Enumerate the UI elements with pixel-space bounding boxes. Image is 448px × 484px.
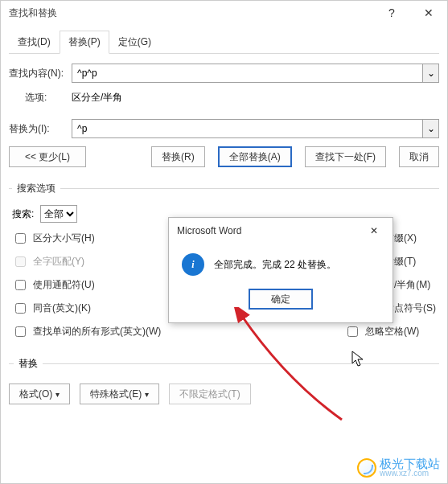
titlebar: 查找和替换 ? ✕	[1, 1, 447, 25]
watermark: 极光下载站 www.xz7.com	[357, 457, 440, 478]
close-icon: ✕	[370, 225, 378, 236]
replace-row: 替换为(I): ⌄	[9, 119, 439, 138]
find-label: 查找内容(N):	[9, 67, 72, 80]
replace-dropdown-button[interactable]: ⌄	[422, 120, 438, 137]
dialog-message: 全部完成。完成 22 处替换。	[214, 258, 336, 272]
chevron-down-icon: ⌄	[427, 68, 435, 79]
replace-label: 替换为(I):	[9, 122, 72, 136]
tab-goto[interactable]: 定位(G)	[109, 31, 160, 54]
replace-all-button[interactable]: 全部替换(A)	[218, 146, 292, 167]
window-close-button[interactable]: ✕	[410, 1, 447, 25]
format-button[interactable]: 格式(O)▾	[9, 384, 70, 404]
dialog-titlebar: Microsoft Word ✕	[169, 218, 393, 244]
replace-combobox[interactable]: ⌄	[72, 119, 439, 138]
chk-ignore-space[interactable]: 忽略空格(W)	[344, 324, 436, 339]
replace-section-label: 替换	[14, 357, 43, 371]
options-value: 区分全/半角	[72, 91, 122, 105]
format-button-row: 格式(O)▾ 特殊格式(E)▾ 不限定格式(T)	[9, 384, 439, 404]
ok-button[interactable]: 确定	[249, 289, 313, 310]
tab-find[interactable]: 查找(D)	[9, 31, 60, 54]
replace-input[interactable]	[72, 120, 422, 137]
watermark-url: www.xz7.com	[380, 470, 440, 478]
window-title: 查找和替换	[9, 6, 373, 20]
find-next-button[interactable]: 查找下一处(F)	[305, 146, 386, 167]
tab-replace[interactable]: 替换(P)	[60, 31, 109, 54]
less-button[interactable]: << 更少(L)	[9, 146, 86, 167]
replace-button[interactable]: 替换(R)	[151, 146, 205, 167]
chevron-down-icon: ▾	[55, 390, 60, 399]
find-combobox[interactable]: ⌄	[72, 64, 439, 83]
search-direction-select[interactable]: 全部	[40, 205, 77, 223]
dialog-body: i 全部完成。完成 22 处替换。	[169, 244, 393, 281]
close-icon: ✕	[424, 6, 434, 19]
chk-word-forms[interactable]: 查找单词的所有形式(英文)(W)	[12, 324, 269, 339]
help-button[interactable]: ?	[373, 1, 410, 25]
chevron-down-icon: ⌄	[427, 123, 435, 134]
watermark-text: 极光下载站	[380, 457, 440, 470]
cancel-button[interactable]: 取消	[399, 146, 439, 167]
chevron-down-icon: ▾	[145, 390, 149, 399]
find-input[interactable]	[72, 64, 422, 82]
replace-format-section: 替换 格式(O)▾ 特殊格式(E)▾ 不限定格式(T)	[9, 363, 439, 404]
special-format-button[interactable]: 特殊格式(E)▾	[80, 384, 159, 404]
info-icon: i	[182, 253, 204, 276]
no-format-button: 不限定格式(T)	[169, 384, 250, 404]
confirmation-dialog: Microsoft Word ✕ i 全部完成。完成 22 处替换。 确定	[168, 217, 393, 323]
options-row: 选项: 区分全/半角	[9, 91, 439, 105]
options-label: 选项:	[9, 91, 72, 105]
tabs: 查找(D) 替换(P) 定位(G)	[9, 30, 439, 54]
search-direction-label: 搜索:	[12, 207, 34, 221]
find-row: 查找内容(N): ⌄	[9, 64, 439, 83]
dialog-footer: 确定	[169, 281, 393, 322]
dialog-close-button[interactable]: ✕	[362, 219, 386, 243]
dialog-title: Microsoft Word	[177, 225, 362, 236]
watermark-logo-icon	[357, 458, 376, 478]
search-options-legend: 搜索选项	[12, 182, 60, 195]
action-button-row: << 更少(L) 替换(R) 全部替换(A) 查找下一处(F) 取消	[9, 146, 439, 167]
find-dropdown-button[interactable]: ⌄	[422, 64, 438, 82]
